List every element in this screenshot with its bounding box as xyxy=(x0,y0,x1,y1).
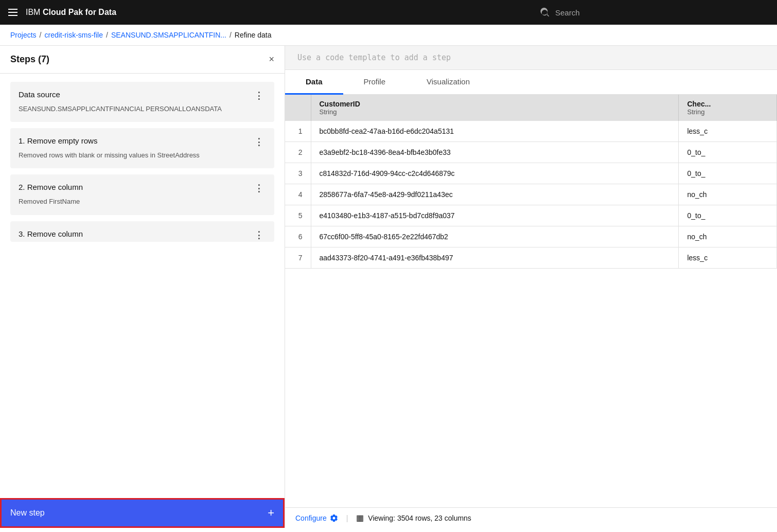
cell-customerid-5: 67cc6f00-5ff8-45a0-8165-2e22fd467db2 xyxy=(311,226,679,247)
cell-check-6: less_c xyxy=(679,247,777,269)
tab-data[interactable]: Data xyxy=(285,70,343,95)
step-menu-2[interactable]: ⋮ xyxy=(252,183,266,194)
cell-customerid-1: e3a9ebf2-bc18-4396-8ea4-bfb4e3b0fe33 xyxy=(311,142,679,163)
tabs-bar: Data Profile Visualization xyxy=(285,70,777,95)
col-header-rownum xyxy=(285,95,311,121)
tab-visualization[interactable]: Visualization xyxy=(406,70,490,95)
configure-label: Configure xyxy=(295,514,327,522)
steps-list: Data source ⋮ SEANSUND.SMSAPPLICANTFINAN… xyxy=(0,74,285,498)
left-panel: Steps (7) × Data source ⋮ SEANSUND.SMSAP… xyxy=(0,46,285,528)
configure-link[interactable]: Configure xyxy=(295,514,338,522)
step-card-2: 2. Remove column ⋮ Removed FirstName xyxy=(10,174,274,215)
new-step-label: New step xyxy=(10,508,45,518)
brand-name: IBM Cloud Pak for Data xyxy=(26,8,116,17)
breadcrumb-projects[interactable]: Projects xyxy=(10,31,37,39)
table-row: 3 c814832d-716d-4909-94cc-c2c4d646879c 0… xyxy=(285,163,777,184)
new-step-plus-icon: + xyxy=(268,506,274,520)
step-card-title-3: 3. Remove column xyxy=(19,229,83,238)
data-table-wrapper: CustomerID String Chec... String 1 bc0bb… xyxy=(285,95,777,507)
cell-customerid-0: bc0bb8fd-cea2-47aa-b16d-e6dc204a5131 xyxy=(311,121,679,142)
code-template-bar: Use a code template to add a step xyxy=(285,46,777,70)
row-num-4: 5 xyxy=(285,205,311,226)
cell-check-4: 0_to_ xyxy=(679,205,777,226)
table-row: 6 67cc6f00-5ff8-45a0-8165-2e22fd467db2 n… xyxy=(285,226,777,247)
cell-customerid-3: 2858677a-6fa7-45e8-a429-9df0211a43ec xyxy=(311,184,679,205)
right-panel: Use a code template to add a step Data P… xyxy=(285,46,777,528)
step-card-subtitle-0: SEANSUND.SMSAPPLICANTFINANCIAL PERSONALL… xyxy=(19,104,266,114)
table-row: 1 bc0bb8fd-cea2-47aa-b16d-e6dc204a5131 l… xyxy=(285,121,777,142)
row-num-0: 1 xyxy=(285,121,311,142)
tab-profile[interactable]: Profile xyxy=(343,70,407,95)
step-card-title-2: 2. Remove column xyxy=(19,183,83,191)
main-layout: Steps (7) × Data source ⋮ SEANSUND.SMSAP… xyxy=(0,46,777,528)
hamburger-menu[interactable] xyxy=(8,9,17,16)
table-row: 5 e4103480-e1b3-4187-a515-bd7cd8f9a037 0… xyxy=(285,205,777,226)
step-menu-0[interactable]: ⋮ xyxy=(252,90,266,101)
table-row: 4 2858677a-6fa7-45e8-a429-9df0211a43ec n… xyxy=(285,184,777,205)
step-menu-1[interactable]: ⋮ xyxy=(252,136,266,148)
table-icon: ▦ xyxy=(356,513,364,523)
cell-check-2: 0_to_ xyxy=(679,163,777,184)
cell-customerid-4: e4103480-e1b3-4187-a515-bd7cd8f9a037 xyxy=(311,205,679,226)
row-num-6: 7 xyxy=(285,247,311,269)
breadcrumb-current: Refine data xyxy=(235,31,272,39)
breadcrumb-sep-2: / xyxy=(106,31,108,39)
breadcrumb: Projects / credit-risk-sms-file / SEANSU… xyxy=(0,25,777,46)
step-card-datasource: Data source ⋮ SEANSUND.SMSAPPLICANTFINAN… xyxy=(10,82,274,122)
step-card-subtitle-1: Removed rows with blank or missing value… xyxy=(19,151,266,160)
search-placeholder: Search xyxy=(555,8,580,17)
breadcrumb-seansund[interactable]: SEANSUND.SMSAPPLICANTFIN... xyxy=(111,31,226,39)
cell-check-5: no_ch xyxy=(679,226,777,247)
row-num-2: 3 xyxy=(285,163,311,184)
close-steps-button[interactable]: × xyxy=(269,54,274,65)
breadcrumb-sep-3: / xyxy=(229,31,232,39)
data-table: CustomerID String Chec... String 1 bc0bb… xyxy=(285,95,777,269)
viewing-text: Viewing: 3504 rows, 23 columns xyxy=(368,514,471,522)
top-navigation: IBM Cloud Pak for Data Search xyxy=(0,0,777,25)
row-num-3: 4 xyxy=(285,184,311,205)
step-card-title-0: Data source xyxy=(19,90,60,99)
cell-check-1: 0_to_ xyxy=(679,142,777,163)
table-row: 7 aad43373-8f20-4741-a491-e36fb438b497 l… xyxy=(285,247,777,269)
col-header-check: Chec... String xyxy=(679,95,777,121)
step-card-3: 3. Remove column ⋮ xyxy=(10,221,274,242)
breadcrumb-credit-risk[interactable]: credit-risk-sms-file xyxy=(44,31,103,39)
search-icon xyxy=(540,7,550,17)
col-header-customerid: CustomerID String xyxy=(311,95,679,121)
cell-customerid-6: aad43373-8f20-4741-a491-e36fb438b497 xyxy=(311,247,679,269)
cell-check-3: no_ch xyxy=(679,184,777,205)
step-card-subtitle-2: Removed FirstName xyxy=(19,197,266,206)
table-row: 2 e3a9ebf2-bc18-4396-8ea4-bfb4e3b0fe33 0… xyxy=(285,142,777,163)
steps-header: Steps (7) × xyxy=(0,46,285,74)
step-card-1: 1. Remove empty rows ⋮ Removed rows with… xyxy=(10,128,274,168)
row-num-1: 2 xyxy=(285,142,311,163)
cell-check-0: less_c xyxy=(679,121,777,142)
breadcrumb-sep-1: / xyxy=(40,31,42,39)
steps-title: Steps (7) xyxy=(10,54,49,65)
row-num-5: 6 xyxy=(285,226,311,247)
table-footer: Configure | ▦ Viewing: 3504 rows, 23 col… xyxy=(285,507,777,528)
step-menu-3[interactable]: ⋮ xyxy=(252,229,266,241)
footer-divider: | xyxy=(346,514,348,522)
viewing-info: ▦ Viewing: 3504 rows, 23 columns xyxy=(356,513,471,523)
configure-icon xyxy=(330,514,338,522)
search-area[interactable]: Search xyxy=(540,7,769,17)
cell-customerid-2: c814832d-716d-4909-94cc-c2c4d646879c xyxy=(311,163,679,184)
code-template-text: Use a code template to add a step xyxy=(297,53,451,62)
new-step-button[interactable]: New step + xyxy=(0,498,285,528)
step-card-title-1: 1. Remove empty rows xyxy=(19,136,97,145)
